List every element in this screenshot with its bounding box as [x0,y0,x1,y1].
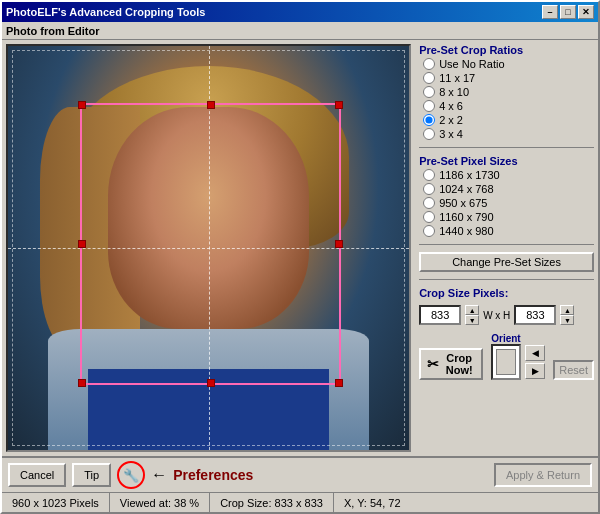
ratio-8x10-input[interactable] [423,86,435,98]
ratio-2x2[interactable]: 2 x 2 [423,114,594,126]
crop-ratios-label: Pre-Set Crop Ratios [419,44,594,56]
orient-preview [491,344,521,380]
reset-section: Reset [553,360,594,380]
pixel-sizes-group: 1186 x 1730 1024 x 768 950 x 675 1160 x … [423,169,594,237]
ratio-4x6-input[interactable] [423,100,435,112]
ratio-3x4-label: 3 x 4 [439,128,463,140]
tip-button[interactable]: Tip [72,463,111,487]
divider-3 [419,279,594,280]
ratio-11x17[interactable]: 11 x 17 [423,72,594,84]
ratio-no-ratio[interactable]: Use No Ratio [423,58,594,70]
size-950x675-label: 950 x 675 [439,197,487,209]
crop-width-input[interactable] [419,305,461,325]
pixel-sizes-section: Pre-Set Pixel Sizes 1186 x 1730 1024 x 7… [419,155,594,237]
divider-2 [419,244,594,245]
height-spin-up[interactable]: ▲ [560,305,574,315]
right-panel: Pre-Set Crop Ratios Use No Ratio 11 x 17… [415,40,598,456]
ratio-no-ratio-input[interactable] [423,58,435,70]
size-1024x768-input[interactable] [423,183,435,195]
crop-now-button[interactable]: ✂ Crop Now! [419,348,483,380]
crop-now-label: Crop Now! [443,352,475,376]
ratio-3x4-input[interactable] [423,128,435,140]
window-title: PhotoELF's Advanced Cropping Tools [6,6,205,18]
crop-ratios-section: Pre-Set Crop Ratios Use No Ratio 11 x 17… [419,44,594,140]
ratio-2x2-input[interactable] [423,114,435,126]
crop-ratios-group: Use No Ratio 11 x 17 8 x 10 4 x 6 [423,58,594,140]
width-spin-up[interactable]: ▲ [465,305,479,315]
crop-size-label: Crop Size Pixels: [419,287,594,299]
orient-inner-box [496,349,516,375]
orient-label: Orient [491,333,545,344]
size-1186x1730-input[interactable] [423,169,435,181]
size-1160x790-label: 1160 x 790 [439,211,493,223]
ratio-11x17-label: 11 x 17 [439,72,475,84]
apply-return-button[interactable]: Apply & Return [494,463,592,487]
size-950x675-input[interactable] [423,197,435,209]
size-1024x768-label: 1024 x 768 [439,183,493,195]
close-button[interactable]: ✕ [578,5,594,19]
reset-button[interactable]: Reset [553,360,594,380]
status-bar: 960 x 1023 Pixels Viewed at: 38 % Crop S… [2,492,598,512]
minimize-button[interactable]: – [542,5,558,19]
orient-arrows: ◀ ▶ [525,345,545,379]
wh-separator: W x H [483,310,510,321]
subtitle-bar: Photo from Editor [2,22,598,40]
status-view: Viewed at: 38 % [110,493,210,512]
divider-1 [419,147,594,148]
ratio-11x17-input[interactable] [423,72,435,84]
orient-controls: ◀ ▶ [491,344,545,380]
status-crop-size: Crop Size: 833 x 833 [210,493,334,512]
scissors-icon: ✂ [427,356,439,372]
orient-section: Orient ◀ ▶ [491,333,545,380]
pixel-sizes-label: Pre-Set Pixel Sizes [419,155,594,167]
preferences-label: Preferences [173,467,253,483]
crop-size-row: ▲ ▼ W x H ▲ ▼ [419,305,594,325]
ratio-8x10-label: 8 x 10 [439,86,469,98]
status-xy: X, Y: 54, 72 [334,493,411,512]
ratio-no-ratio-label: Use No Ratio [439,58,504,70]
orient-right-button[interactable]: ▶ [525,363,545,379]
ratio-4x6[interactable]: 4 x 6 [423,100,594,112]
size-1440x980-input[interactable] [423,225,435,237]
status-dimensions: 960 x 1023 Pixels [2,493,110,512]
height-spin-down[interactable]: ▼ [560,315,574,325]
preferences-arrow: ← [151,466,167,484]
orient-crop-row: ✂ Crop Now! Orient ◀ ▶ [419,333,594,380]
crop-now-section: ✂ Crop Now! [419,348,483,380]
preferences-button[interactable]: 🔧 [117,461,145,489]
size-1186x1730[interactable]: 1186 x 1730 [423,169,594,181]
ratio-4x6-label: 4 x 6 [439,100,463,112]
size-1024x768[interactable]: 1024 x 768 [423,183,594,195]
cancel-button[interactable]: Cancel [8,463,66,487]
ratio-8x10[interactable]: 8 x 10 [423,86,594,98]
title-bar: PhotoELF's Advanced Cropping Tools – □ ✕ [2,2,598,22]
main-content: Pre-Set Crop Ratios Use No Ratio 11 x 17… [2,40,598,456]
title-bar-buttons: – □ ✕ [542,5,594,19]
height-spin-buttons: ▲ ▼ [560,305,574,325]
ratio-2x2-label: 2 x 2 [439,114,463,126]
main-window: PhotoELF's Advanced Cropping Tools – □ ✕… [0,0,600,514]
size-1440x980[interactable]: 1440 x 980 [423,225,594,237]
size-1160x790-input[interactable] [423,211,435,223]
face [108,107,309,329]
photo-canvas [8,46,409,450]
change-presets-button[interactable]: Change Pre-Set Sizes [419,252,594,272]
size-1440x980-label: 1440 x 980 [439,225,493,237]
crop-size-section: Crop Size Pixels: ▲ ▼ W x H ▲ ▼ [419,287,594,325]
width-spin-buttons: ▲ ▼ [465,305,479,325]
wrench-icon: 🔧 [123,468,139,483]
size-1160x790[interactable]: 1160 x 790 [423,211,594,223]
crop-height-input[interactable] [514,305,556,325]
size-950x675[interactable]: 950 x 675 [423,197,594,209]
subtitle-label: Photo from Editor [6,25,100,37]
size-1186x1730-label: 1186 x 1730 [439,169,500,181]
maximize-button[interactable]: □ [560,5,576,19]
bottom-bar: Cancel Tip 🔧 ← Preferences Apply & Retur… [2,456,598,492]
blue-shirt [88,369,329,450]
ratio-3x4[interactable]: 3 x 4 [423,128,594,140]
photo-area[interactable] [6,44,411,452]
width-spin-down[interactable]: ▼ [465,315,479,325]
orient-left-button[interactable]: ◀ [525,345,545,361]
